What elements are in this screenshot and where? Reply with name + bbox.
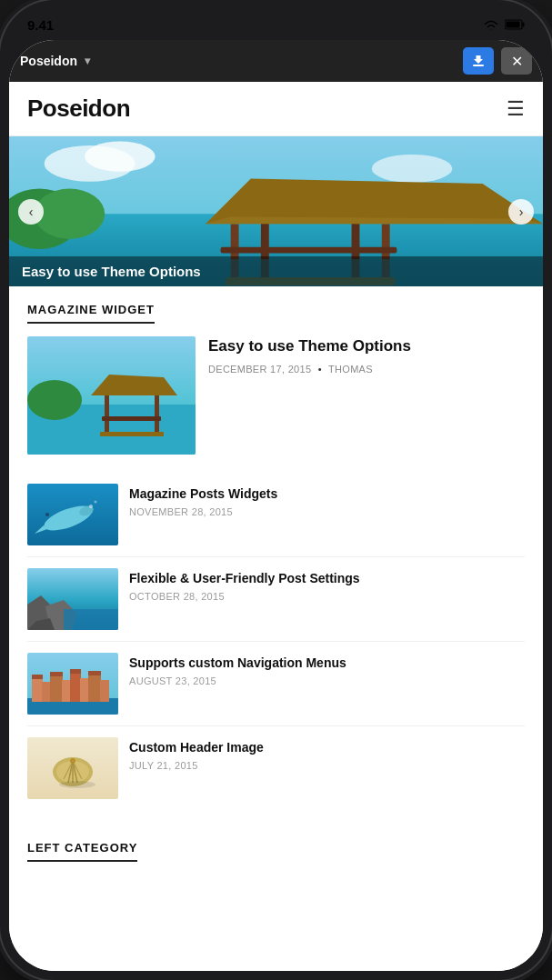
- svg-point-10: [35, 189, 105, 239]
- dropdown-arrow-icon: ▾: [85, 55, 90, 67]
- featured-post: Easy to use Theme Options DECEMBER 17, 2…: [27, 336, 525, 455]
- theme-selector[interactable]: Poseidon ▾: [20, 54, 90, 68]
- featured-post-title[interactable]: Easy to use Theme Options: [208, 336, 525, 356]
- post-content-1: Flexible & User-Friendly Post Settings O…: [129, 568, 525, 602]
- svg-rect-3: [473, 65, 484, 66]
- featured-post-author: THOMAS: [328, 364, 373, 375]
- theme-name-label: Poseidon: [20, 54, 77, 68]
- post-image-0[interactable]: [27, 484, 118, 545]
- magazine-section: MAGAZINE WIDGET: [9, 286, 543, 825]
- svg-rect-44: [50, 675, 63, 702]
- svg-point-62: [70, 758, 75, 764]
- post-title-2[interactable]: Supports custom Navigation Menus: [129, 655, 525, 671]
- list-item: Supports custom Navigation Menus AUGUST …: [27, 642, 525, 726]
- wifi-icon: [483, 19, 499, 31]
- svg-point-33: [89, 505, 93, 508]
- slider-next-button[interactable]: ›: [508, 199, 534, 225]
- download-icon: [471, 54, 486, 68]
- site-title: Poseidon: [27, 95, 130, 123]
- list-item: Magazine Posts Widgets NOVEMBER 28, 2015: [27, 473, 525, 557]
- svg-point-7: [85, 142, 156, 172]
- featured-post-meta: DECEMBER 17, 2015 • THOMAS: [208, 364, 525, 375]
- phone-frame: 9.41 Poseidon ▾: [0, 0, 552, 980]
- svg-rect-42: [32, 678, 43, 702]
- post-content-3: Custom Header Image JULY 21, 2015: [129, 737, 525, 771]
- svg-rect-17: [221, 247, 397, 254]
- battery-icon: [505, 19, 525, 30]
- list-item: Flexible & User-Friendly Post Settings O…: [27, 557, 525, 642]
- svg-rect-39: [64, 609, 118, 630]
- slider-prev-button[interactable]: ‹: [18, 199, 44, 225]
- svg-rect-1: [523, 23, 525, 27]
- close-button[interactable]: ✕: [501, 47, 532, 75]
- svg-rect-24: [155, 395, 159, 432]
- post-date-3: JULY 21, 2015: [129, 760, 525, 771]
- svg-point-8: [372, 155, 453, 183]
- left-category-section: LEFT CATEGORY: [9, 825, 543, 876]
- hamburger-menu-icon[interactable]: ☰: [507, 97, 525, 121]
- download-button[interactable]: [463, 47, 494, 75]
- hero-caption: Easy to use Theme Options: [9, 256, 543, 286]
- post-image-1[interactable]: [27, 568, 118, 630]
- meta-dot: •: [318, 364, 322, 375]
- site-header: Poseidon ☰: [9, 82, 543, 136]
- status-time: 9.41: [27, 17, 54, 33]
- featured-img-svg: [27, 336, 196, 455]
- top-bar-actions: ✕: [463, 47, 532, 75]
- svg-rect-46: [70, 673, 81, 702]
- post-date-0: NOVEMBER 28, 2015: [129, 506, 525, 517]
- post-img-svg-0: [27, 484, 118, 545]
- svg-rect-50: [32, 675, 43, 679]
- svg-rect-51: [50, 672, 63, 676]
- post-img-svg-1: [27, 568, 118, 630]
- svg-rect-23: [105, 395, 109, 432]
- svg-point-22: [27, 380, 82, 420]
- content-area: Poseidon ☰: [9, 82, 543, 971]
- svg-rect-2: [507, 22, 520, 28]
- svg-rect-48: [88, 675, 101, 702]
- featured-post-date: DECEMBER 17, 2015: [208, 364, 311, 375]
- svg-rect-49: [100, 680, 109, 702]
- post-image-3[interactable]: [27, 737, 118, 799]
- featured-post-image[interactable]: [27, 336, 196, 455]
- post-title-1[interactable]: Flexible & User-Friendly Post Settings: [129, 570, 525, 586]
- svg-rect-47: [80, 678, 89, 702]
- post-img-svg-3: [27, 737, 118, 799]
- hero-slider: Easy to use Theme Options ‹ ›: [9, 136, 543, 286]
- magazine-section-title: MAGAZINE WIDGET: [27, 303, 155, 324]
- post-image-2[interactable]: [27, 653, 118, 715]
- post-list: Magazine Posts Widgets NOVEMBER 28, 2015: [27, 473, 525, 810]
- svg-rect-45: [62, 680, 71, 702]
- post-title-0[interactable]: Magazine Posts Widgets: [129, 485, 525, 502]
- post-content-0: Magazine Posts Widgets NOVEMBER 28, 2015: [129, 484, 525, 517]
- post-title-3[interactable]: Custom Header Image: [129, 739, 525, 755]
- svg-rect-26: [102, 416, 161, 421]
- svg-rect-27: [100, 432, 164, 436]
- post-date-2: AUGUST 23, 2015: [129, 675, 525, 686]
- svg-point-32: [45, 513, 49, 516]
- svg-point-63: [59, 781, 95, 788]
- svg-point-34: [95, 501, 97, 504]
- post-img-svg-2: [27, 653, 118, 715]
- post-date-1: OCTOBER 28, 2015: [129, 591, 525, 602]
- svg-rect-53: [88, 671, 101, 675]
- svg-rect-43: [42, 682, 51, 702]
- phone-notch: [204, 0, 349, 25]
- status-icons: [483, 19, 525, 31]
- featured-post-content: Easy to use Theme Options DECEMBER 17, 2…: [208, 336, 525, 455]
- top-bar: Poseidon ▾ ✕: [9, 40, 543, 82]
- left-category-title: LEFT CATEGORY: [27, 841, 137, 862]
- list-item: Custom Header Image JULY 21, 2015: [27, 726, 525, 810]
- svg-rect-52: [70, 669, 81, 674]
- phone-screen: Poseidon ▾ ✕ Poseidon ☰: [9, 40, 543, 971]
- post-content-2: Supports custom Navigation Menus AUGUST …: [129, 653, 525, 686]
